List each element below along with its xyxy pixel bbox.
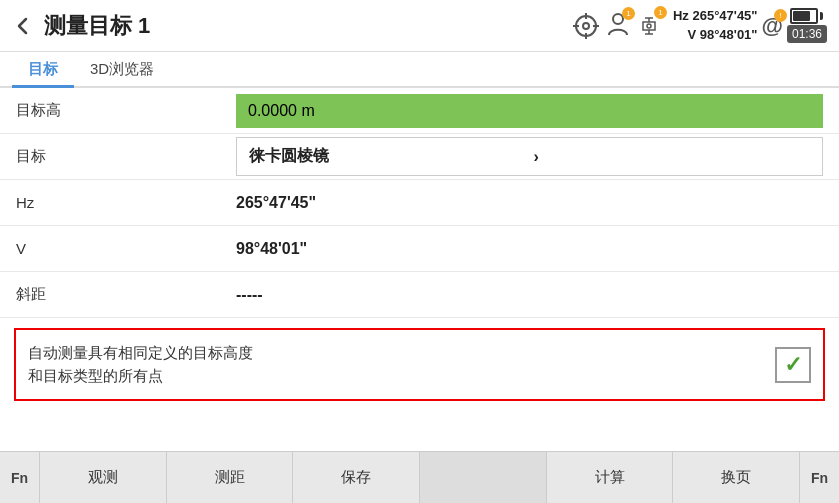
label-slope-dist: 斜距: [16, 285, 236, 304]
value-slope-dist: -----: [236, 286, 823, 304]
person-badge: 1: [622, 7, 635, 20]
tab-target[interactable]: 目标: [12, 52, 74, 88]
header-icons: 1 1 Hz 265°47'45" V 98°48'01": [571, 7, 827, 43]
back-button[interactable]: [12, 15, 34, 37]
crosshair-icon: [571, 11, 601, 41]
field-target-height: 目标高 0.0000 m: [0, 88, 839, 134]
toolbar-save[interactable]: 保存: [293, 452, 420, 503]
field-v: V 98°48'01": [0, 226, 839, 272]
value-target-height[interactable]: 0.0000 m: [236, 94, 823, 128]
hz-coord: Hz 265°47'45": [673, 7, 758, 25]
clock: 01:36: [787, 25, 827, 43]
warning-badge: !: [774, 9, 787, 22]
svg-point-12: [647, 24, 651, 28]
field-slope-dist: 斜距 -----: [0, 272, 839, 318]
tab-3d-browser[interactable]: 3D浏览器: [74, 52, 170, 88]
value-v: 98°48'01": [236, 240, 823, 258]
value-target[interactable]: 徕卡圆棱镜 ›: [236, 137, 823, 176]
label-v: V: [16, 240, 236, 257]
fn-left[interactable]: Fn: [0, 452, 40, 503]
toolbar-measure[interactable]: 测距: [167, 452, 294, 503]
header-coords: Hz 265°47'45" V 98°48'01": [673, 7, 758, 43]
label-target: 目标: [16, 147, 236, 166]
main-content: 目标高 0.0000 m 目标 徕卡圆棱镜 › Hz 265°47'45" V …: [0, 88, 839, 451]
toolbar-items: 观测 测距 保存 计算 换页: [40, 452, 799, 503]
toolbar-empty: [420, 452, 547, 503]
person-icon: 1: [605, 11, 631, 41]
checkbox-label: 自动测量具有相同定义的目标高度 和目标类型的所有点: [28, 342, 759, 387]
toolbar-observe[interactable]: 观测: [40, 452, 167, 503]
battery-icon: [790, 8, 823, 24]
field-target: 目标 徕卡圆棱镜 ›: [0, 134, 839, 180]
checkbox-input[interactable]: ✓: [775, 347, 811, 383]
at-icon-container: @ !: [762, 13, 783, 39]
arrow-right-icon: ›: [534, 148, 811, 166]
tab-bar: 目标 3D浏览器: [0, 52, 839, 88]
checkmark-icon: ✓: [784, 352, 802, 378]
svg-rect-7: [643, 22, 655, 30]
field-hz: Hz 265°47'45": [0, 180, 839, 226]
toolbar: Fn 观测 测距 保存 计算 换页 Fn: [0, 451, 839, 503]
svg-point-1: [583, 23, 589, 29]
checkbox-section: 自动测量具有相同定义的目标高度 和目标类型的所有点 ✓: [14, 328, 825, 401]
toolbar-page[interactable]: 换页: [673, 452, 799, 503]
fn-right[interactable]: Fn: [799, 452, 839, 503]
label-target-height: 目标高: [16, 101, 236, 120]
header: 测量目标 1 1: [0, 0, 839, 52]
surveyor-icon: 1: [635, 10, 663, 42]
label-hz: Hz: [16, 194, 236, 211]
battery-time: 01:36: [787, 8, 827, 43]
toolbar-calc[interactable]: 计算: [547, 452, 674, 503]
value-hz: 265°47'45": [236, 194, 823, 212]
v-coord: V 98°48'01": [687, 26, 757, 44]
page-title: 测量目标 1: [44, 11, 571, 41]
surveyor-badge: 1: [654, 6, 667, 19]
